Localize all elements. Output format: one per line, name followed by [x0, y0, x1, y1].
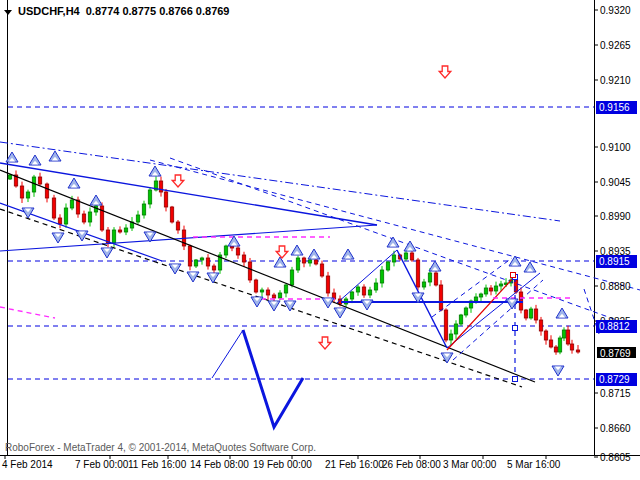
candle-bear	[254, 280, 257, 292]
candle-bear	[570, 344, 573, 350]
candle-bear	[206, 258, 209, 266]
candle-bull	[380, 270, 383, 283]
time-axis-label: 19 Feb 00:00	[253, 459, 312, 470]
candle-bull	[8, 175, 11, 179]
signal-arrows	[172, 66, 451, 349]
candle-bull	[562, 330, 565, 338]
level-price-label: 0.8915	[596, 255, 637, 268]
red-down-arrow-icon	[276, 246, 288, 258]
blue-solid-trendline[interactable]	[0, 163, 377, 225]
candle-bear	[52, 198, 55, 218]
candle-bear	[212, 266, 215, 270]
blue-dashed-trendline[interactable]	[150, 160, 640, 290]
candle-bear	[576, 350, 579, 352]
candle-bull	[88, 212, 91, 222]
candle-bear	[489, 288, 492, 291]
candle-bull	[464, 308, 467, 315]
candle-bear	[248, 262, 251, 280]
candle-bull	[454, 324, 457, 334]
time-axis-label: 14 Feb 08:00	[190, 459, 249, 470]
magenta-dashed-trendline[interactable]	[0, 307, 55, 318]
time-axis-label: 11 Feb 16:00	[128, 459, 186, 470]
candle-bear	[566, 330, 569, 344]
candle-bear	[554, 347, 557, 352]
selected-vline-handle[interactable]	[513, 377, 518, 382]
candle-bear	[534, 309, 537, 320]
candle-bear	[272, 295, 275, 298]
candle-bull	[392, 255, 395, 262]
price-axis-label: 0.9320	[600, 5, 631, 16]
candle-bull	[449, 334, 452, 340]
level-price-label: 0.9156	[596, 101, 637, 114]
candle-bull	[484, 288, 487, 294]
candle-bear	[76, 200, 79, 214]
candle-bear	[326, 276, 329, 293]
horizontal-level-lines[interactable]	[8, 107, 594, 379]
candle-bull	[422, 282, 425, 287]
price-axis-label: 0.8660	[600, 423, 631, 434]
symbol-dropdown-icon[interactable]	[4, 10, 12, 15]
candle-bear	[242, 255, 245, 262]
selected-trendline-handle[interactable]	[511, 273, 516, 278]
current-price-label: 0.8769	[596, 346, 637, 359]
candle-bull	[479, 294, 482, 297]
candle-bull	[278, 293, 281, 298]
candle-bear	[320, 264, 323, 276]
trendline-objects[interactable]	[0, 142, 640, 427]
price-axis-label: 0.9100	[600, 142, 631, 153]
black-solid-trendline[interactable]	[0, 170, 535, 382]
selected-vline-handle[interactable]	[513, 326, 518, 331]
candle-bear	[314, 260, 317, 264]
candle-bull	[112, 230, 115, 243]
candle-bear	[544, 331, 547, 340]
candle-bull	[499, 284, 502, 286]
red-solid-trendline[interactable]	[447, 277, 514, 350]
candle-bull	[404, 253, 407, 259]
time-axis-label: 3 Mar 00:00	[443, 459, 496, 470]
level-price-label: 0.8812	[596, 320, 637, 333]
candle-bear	[82, 214, 85, 222]
price-axis-label: 0.8715	[600, 388, 631, 399]
candle-bull	[474, 297, 477, 301]
candle-bear	[539, 320, 542, 331]
price-axis-label: 0.8990	[600, 211, 631, 222]
candle-bull	[494, 286, 497, 291]
time-axis-label: 7 Feb 00:00	[75, 459, 128, 470]
candle-bear	[266, 290, 269, 295]
candle-bull	[70, 200, 73, 208]
candle-bear	[20, 186, 23, 198]
red-down-arrow-icon	[172, 175, 184, 187]
candle-bull	[136, 215, 139, 222]
platform-copyright: RoboForex - MetaTrader 4, © 2001-2014, M…	[5, 442, 316, 453]
symbol-timeframe-label: USDCHF,H4	[18, 5, 80, 17]
candle-bull	[374, 283, 377, 290]
time-axis-label: 21 Feb 16:00	[325, 459, 384, 470]
candle-bear	[118, 230, 121, 232]
candle-bull	[558, 338, 561, 352]
candle-bull	[26, 192, 29, 198]
blue-dashed-trendline[interactable]	[453, 280, 543, 360]
candle-bull	[386, 262, 389, 270]
time-axis-label: 26 Feb 08:00	[382, 459, 441, 470]
wave-projection-thin[interactable]	[212, 330, 243, 378]
candle-bear	[188, 246, 191, 266]
candle-bear	[410, 253, 413, 260]
candle-bear	[524, 310, 527, 318]
chart-canvas[interactable]	[0, 0, 640, 480]
price-axis-label: 0.9045	[600, 177, 631, 188]
blue-dashed-trendline[interactable]	[170, 158, 622, 322]
candle-bear	[164, 192, 167, 207]
candle-bear	[236, 248, 239, 255]
mt4-chart-window: USDCHF,H4 0.8774 0.8775 0.8766 0.8769 0.…	[0, 0, 640, 480]
candle-bull	[459, 315, 462, 324]
candle-bull	[529, 309, 532, 318]
level-price-label: 0.8729	[596, 373, 637, 386]
candle-bull	[356, 287, 359, 292]
red-down-arrow-icon	[319, 337, 331, 349]
candle-bear	[45, 184, 48, 198]
time-axis-label: 5 Mar 16:00	[507, 459, 560, 470]
candle-bear	[549, 340, 552, 347]
chart-title: USDCHF,H4 0.8774 0.8775 0.8766 0.8769	[4, 4, 229, 18]
candle-bear	[434, 273, 437, 285]
candle-bull	[296, 258, 299, 270]
